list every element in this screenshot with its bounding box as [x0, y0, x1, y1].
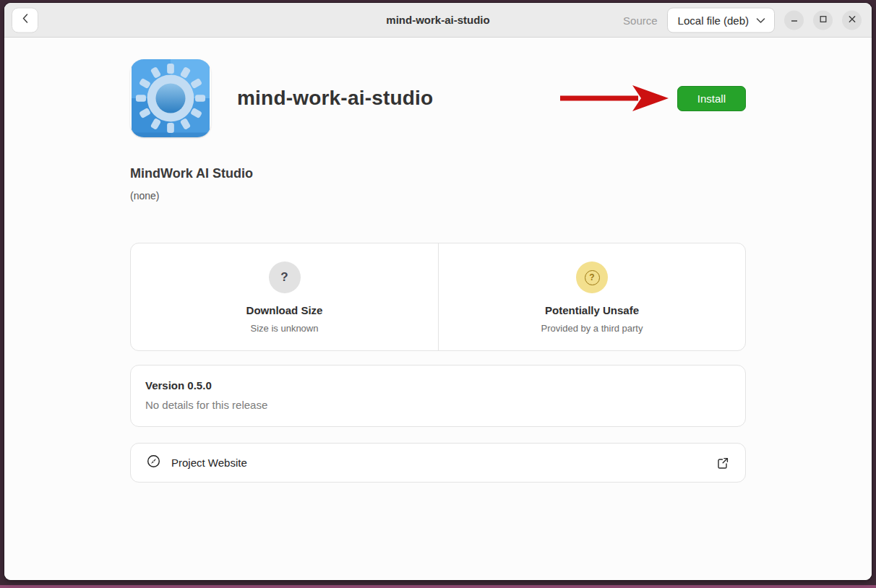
source-label: Source [623, 14, 658, 26]
minimize-icon [790, 14, 799, 27]
window-title: mind-work-ai-studio [386, 14, 489, 26]
tile-download-size[interactable]: ? Download Size Size is unknown [131, 243, 438, 350]
tile-title: Download Size [145, 304, 424, 316]
close-icon [848, 14, 856, 27]
project-website-label: Project Website [171, 457, 247, 469]
question-glyph: ? [589, 272, 594, 282]
maximize-icon [819, 14, 828, 27]
desktop-wallpaper-accent [0, 585, 876, 588]
header-actions: Install [560, 85, 746, 112]
tile-title: Potentially Unsafe [453, 304, 731, 316]
question-glyph: ? [280, 270, 288, 285]
version-subtitle: No details for this release [145, 399, 731, 411]
gnome-software-window: mind-work-ai-studio Source Local file (d… [4, 3, 872, 580]
titlebar-right-group: Source Local file (deb) [623, 7, 862, 33]
source-dropdown-value: Local file (deb) [678, 14, 749, 26]
annotation-arrow-icon [560, 85, 670, 112]
install-button[interactable]: Install [677, 86, 746, 111]
project-website-link[interactable]: Project Website [130, 443, 746, 483]
app-icon [130, 59, 211, 137]
minimize-button[interactable] [784, 10, 804, 30]
chevron-left-icon [20, 13, 30, 27]
titlebar: mind-work-ai-studio Source Local file (d… [4, 3, 872, 38]
tile-safety[interactable]: ? Potentially Unsafe Provided by a third… [438, 243, 745, 350]
source-dropdown[interactable]: Local file (deb) [667, 7, 775, 33]
license-text: (none) [130, 190, 746, 202]
maximize-button[interactable] [813, 10, 833, 30]
compass-icon [147, 454, 160, 471]
close-button[interactable] [842, 10, 862, 30]
question-icon: ? [269, 261, 301, 293]
back-button[interactable] [12, 7, 38, 33]
context-tiles: ? Download Size Size is unknown ? Potent… [130, 243, 746, 351]
version-title: Version 0.5.0 [145, 379, 731, 392]
app-details-page: mind-work-ai-studio Install MindWork AI … [4, 38, 872, 580]
version-card: Version 0.5.0 No details for this releas… [130, 365, 746, 427]
app-header: mind-work-ai-studio Install [130, 59, 746, 137]
circled-question-icon: ? [576, 261, 608, 293]
tile-subtitle: Size is unknown [145, 323, 424, 334]
page-title: mind-work-ai-studio [237, 87, 433, 110]
developer-name: MindWork AI Studio [130, 166, 746, 181]
chevron-down-icon [756, 14, 765, 26]
external-link-icon [716, 457, 729, 470]
tile-subtitle: Provided by a third party [453, 323, 731, 334]
gear-icon [130, 59, 211, 137]
question-ring: ? [585, 270, 600, 285]
